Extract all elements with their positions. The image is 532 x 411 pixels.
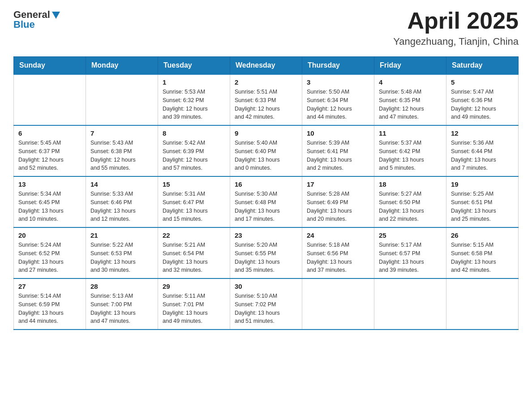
header-wednesday: Wednesday bbox=[230, 57, 302, 75]
header-saturday: Saturday bbox=[446, 57, 519, 75]
day-number: 15 bbox=[163, 180, 225, 188]
day-number: 26 bbox=[451, 231, 514, 239]
table-row: 5Sunrise: 5:47 AMSunset: 6:36 PMDaylight… bbox=[446, 74, 519, 125]
day-number: 28 bbox=[90, 283, 153, 290]
table-row: 21Sunrise: 5:22 AMSunset: 6:53 PMDayligh… bbox=[86, 227, 158, 278]
calendar-week-row: 27Sunrise: 5:14 AMSunset: 6:59 PMDayligh… bbox=[14, 278, 519, 330]
day-number: 30 bbox=[235, 283, 297, 290]
day-info: Sunrise: 5:13 AMSunset: 7:00 PMDaylight:… bbox=[90, 292, 153, 325]
day-number: 1 bbox=[163, 78, 225, 86]
day-info: Sunrise: 5:53 AMSunset: 6:32 PMDaylight:… bbox=[163, 88, 225, 121]
day-info: Sunrise: 5:37 AMSunset: 6:42 PMDaylight:… bbox=[379, 139, 442, 172]
day-info: Sunrise: 5:48 AMSunset: 6:35 PMDaylight:… bbox=[379, 88, 442, 121]
day-info: Sunrise: 5:33 AMSunset: 6:46 PMDaylight:… bbox=[90, 190, 153, 223]
day-number: 27 bbox=[18, 283, 81, 290]
header-monday: Monday bbox=[86, 57, 158, 75]
header-friday: Friday bbox=[374, 57, 446, 75]
day-number: 9 bbox=[235, 129, 297, 137]
day-info: Sunrise: 5:28 AMSunset: 6:49 PMDaylight:… bbox=[307, 190, 369, 223]
table-row: 27Sunrise: 5:14 AMSunset: 6:59 PMDayligh… bbox=[14, 278, 86, 330]
day-number: 10 bbox=[307, 129, 369, 137]
day-number: 24 bbox=[307, 231, 369, 239]
table-row: 14Sunrise: 5:33 AMSunset: 6:46 PMDayligh… bbox=[86, 176, 158, 227]
calendar-week-row: 20Sunrise: 5:24 AMSunset: 6:52 PMDayligh… bbox=[14, 227, 519, 278]
table-row: 30Sunrise: 5:10 AMSunset: 7:02 PMDayligh… bbox=[230, 278, 302, 330]
day-info: Sunrise: 5:45 AMSunset: 6:37 PMDaylight:… bbox=[18, 139, 81, 172]
table-row: 2Sunrise: 5:51 AMSunset: 6:33 PMDaylight… bbox=[230, 74, 302, 125]
day-number: 13 bbox=[18, 180, 81, 188]
day-number: 16 bbox=[235, 180, 297, 188]
logo: General Blue bbox=[13, 9, 61, 30]
title-section: April 2025 Yangezhuang, Tianjin, China bbox=[393, 9, 519, 47]
table-row: 9Sunrise: 5:40 AMSunset: 6:40 PMDaylight… bbox=[230, 125, 302, 176]
header-thursday: Thursday bbox=[302, 57, 374, 75]
month-title: April 2025 bbox=[393, 9, 519, 32]
day-number: 14 bbox=[90, 180, 153, 188]
day-number: 5 bbox=[451, 78, 514, 86]
day-number: 8 bbox=[163, 129, 225, 137]
day-number: 21 bbox=[90, 231, 153, 239]
table-row: 15Sunrise: 5:31 AMSunset: 6:47 PMDayligh… bbox=[158, 176, 230, 227]
day-info: Sunrise: 5:14 AMSunset: 6:59 PMDaylight:… bbox=[18, 292, 81, 325]
table-row: 29Sunrise: 5:11 AMSunset: 7:01 PMDayligh… bbox=[158, 278, 230, 330]
day-info: Sunrise: 5:15 AMSunset: 6:58 PMDaylight:… bbox=[451, 241, 514, 274]
day-number: 23 bbox=[235, 231, 297, 239]
location: Yangezhuang, Tianjin, China bbox=[393, 36, 519, 47]
calendar-week-row: 1Sunrise: 5:53 AMSunset: 6:32 PMDaylight… bbox=[14, 74, 519, 125]
day-number: 7 bbox=[90, 129, 153, 137]
table-row bbox=[374, 278, 446, 330]
table-row: 13Sunrise: 5:34 AMSunset: 6:45 PMDayligh… bbox=[14, 176, 86, 227]
table-row: 10Sunrise: 5:39 AMSunset: 6:41 PMDayligh… bbox=[302, 125, 374, 176]
day-info: Sunrise: 5:39 AMSunset: 6:41 PMDaylight:… bbox=[307, 139, 369, 172]
table-row bbox=[446, 278, 519, 330]
table-row: 22Sunrise: 5:21 AMSunset: 6:54 PMDayligh… bbox=[158, 227, 230, 278]
table-row: 11Sunrise: 5:37 AMSunset: 6:42 PMDayligh… bbox=[374, 125, 446, 176]
table-row: 7Sunrise: 5:43 AMSunset: 6:38 PMDaylight… bbox=[86, 125, 158, 176]
day-info: Sunrise: 5:42 AMSunset: 6:39 PMDaylight:… bbox=[163, 139, 225, 172]
day-info: Sunrise: 5:47 AMSunset: 6:36 PMDaylight:… bbox=[451, 88, 514, 121]
table-row: 8Sunrise: 5:42 AMSunset: 6:39 PMDaylight… bbox=[158, 125, 230, 176]
table-row: 28Sunrise: 5:13 AMSunset: 7:00 PMDayligh… bbox=[86, 278, 158, 330]
table-row: 6Sunrise: 5:45 AMSunset: 6:37 PMDaylight… bbox=[14, 125, 86, 176]
logo-blue: Blue bbox=[13, 19, 35, 30]
table-row: 19Sunrise: 5:25 AMSunset: 6:51 PMDayligh… bbox=[446, 176, 519, 227]
table-row bbox=[86, 74, 158, 125]
day-number: 19 bbox=[451, 180, 514, 188]
table-row: 16Sunrise: 5:30 AMSunset: 6:48 PMDayligh… bbox=[230, 176, 302, 227]
day-number: 20 bbox=[18, 231, 81, 239]
header-tuesday: Tuesday bbox=[158, 57, 230, 75]
day-number: 22 bbox=[163, 231, 225, 239]
day-number: 17 bbox=[307, 180, 369, 188]
day-number: 12 bbox=[451, 129, 514, 137]
day-info: Sunrise: 5:27 AMSunset: 6:50 PMDaylight:… bbox=[379, 190, 442, 223]
day-info: Sunrise: 5:43 AMSunset: 6:38 PMDaylight:… bbox=[90, 139, 153, 172]
logo-arrow-icon bbox=[51, 10, 61, 20]
day-info: Sunrise: 5:20 AMSunset: 6:55 PMDaylight:… bbox=[235, 241, 297, 274]
day-number: 29 bbox=[163, 283, 225, 290]
day-info: Sunrise: 5:21 AMSunset: 6:54 PMDaylight:… bbox=[163, 241, 225, 274]
day-info: Sunrise: 5:11 AMSunset: 7:01 PMDaylight:… bbox=[163, 292, 225, 325]
table-row: 3Sunrise: 5:50 AMSunset: 6:34 PMDaylight… bbox=[302, 74, 374, 125]
table-row: 1Sunrise: 5:53 AMSunset: 6:32 PMDaylight… bbox=[158, 74, 230, 125]
day-info: Sunrise: 5:22 AMSunset: 6:53 PMDaylight:… bbox=[90, 241, 153, 274]
day-info: Sunrise: 5:24 AMSunset: 6:52 PMDaylight:… bbox=[18, 241, 81, 274]
table-row: 12Sunrise: 5:36 AMSunset: 6:44 PMDayligh… bbox=[446, 125, 519, 176]
table-row: 17Sunrise: 5:28 AMSunset: 6:49 PMDayligh… bbox=[302, 176, 374, 227]
day-info: Sunrise: 5:51 AMSunset: 6:33 PMDaylight:… bbox=[235, 88, 297, 121]
day-info: Sunrise: 5:10 AMSunset: 7:02 PMDaylight:… bbox=[235, 292, 297, 325]
table-row: 18Sunrise: 5:27 AMSunset: 6:50 PMDayligh… bbox=[374, 176, 446, 227]
table-row: 25Sunrise: 5:17 AMSunset: 6:57 PMDayligh… bbox=[374, 227, 446, 278]
calendar-week-row: 6Sunrise: 5:45 AMSunset: 6:37 PMDaylight… bbox=[14, 125, 519, 176]
day-number: 3 bbox=[307, 78, 369, 86]
table-row: 26Sunrise: 5:15 AMSunset: 6:58 PMDayligh… bbox=[446, 227, 519, 278]
day-number: 6 bbox=[18, 129, 81, 137]
calendar-header-row: Sunday Monday Tuesday Wednesday Thursday… bbox=[14, 57, 519, 75]
svg-marker-0 bbox=[52, 12, 60, 19]
calendar-week-row: 13Sunrise: 5:34 AMSunset: 6:45 PMDayligh… bbox=[14, 176, 519, 227]
table-row: 20Sunrise: 5:24 AMSunset: 6:52 PMDayligh… bbox=[14, 227, 86, 278]
table-row bbox=[302, 278, 374, 330]
day-number: 2 bbox=[235, 78, 297, 86]
day-info: Sunrise: 5:40 AMSunset: 6:40 PMDaylight:… bbox=[235, 139, 297, 172]
day-info: Sunrise: 5:25 AMSunset: 6:51 PMDaylight:… bbox=[451, 190, 514, 223]
header-sunday: Sunday bbox=[14, 57, 86, 75]
